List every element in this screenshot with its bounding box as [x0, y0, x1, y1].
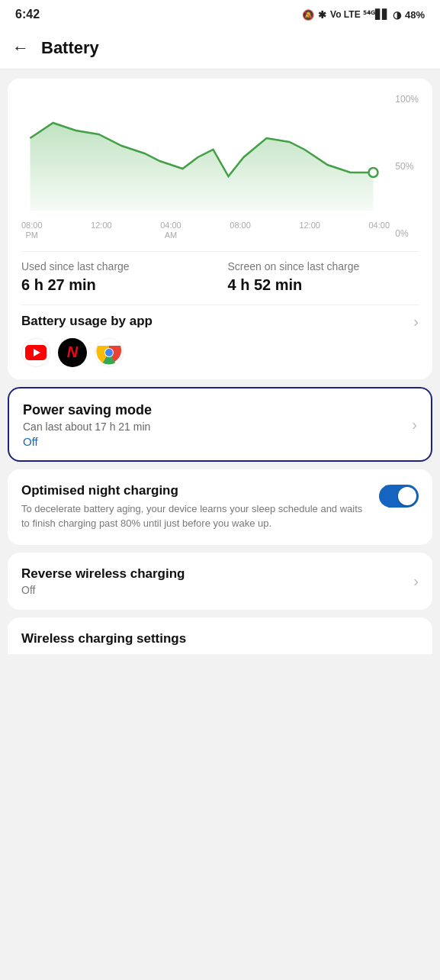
chart-y-labels: 100% 50% 0%	[395, 92, 419, 240]
used-since-label: Used since last charge	[21, 260, 213, 275]
reverse-wireless-status: Off	[21, 584, 185, 596]
mute-icon: 🔕	[302, 9, 314, 21]
app-icons-row: N	[21, 338, 419, 367]
night-charging-toggle-wrap[interactable]	[379, 485, 419, 508]
battery-usage-section-header[interactable]: Battery usage by app ›	[21, 313, 419, 330]
page-header: ← Battery	[0, 27, 440, 69]
reverse-wireless-title: Reverse wireless charging	[21, 566, 185, 582]
battery-chart-area: 100% 50% 0%	[21, 92, 419, 240]
page-title: Battery	[41, 38, 99, 58]
chrome-app-icon[interactable]	[95, 338, 124, 367]
chart-y-label-bot: 0%	[395, 228, 419, 239]
signal-icon: Vo LTE ⁵⁴ᴳ▋▋	[330, 9, 389, 20]
reverse-wireless-chevron-icon: ›	[413, 572, 419, 590]
reverse-wireless-text: Reverse wireless charging Off	[21, 566, 185, 596]
status-icons: 🔕 ✱ Vo LTE ⁵⁴ᴳ▋▋ ◑ 48%	[302, 9, 425, 21]
chart-x-label-6: 04:00	[368, 221, 390, 240]
status-time: 6:42	[15, 8, 40, 21]
chart-x-label-1: 08:00PM	[21, 221, 43, 240]
night-charging-text: Optimised night charging To decelerate b…	[21, 483, 370, 531]
chart-x-label-5: 12:00	[299, 221, 320, 240]
wireless-charging-title: Wireless charging settings	[21, 631, 419, 646]
night-charging-title: Optimised night charging	[21, 483, 370, 498]
battery-chart-svg	[21, 92, 390, 214]
chrome-icon-svg	[95, 339, 123, 366]
bluetooth-icon: ✱	[318, 9, 326, 21]
used-since-charge-stat: Used since last charge 6 h 27 min	[21, 260, 213, 294]
back-button[interactable]: ←	[12, 38, 29, 58]
chart-y-label-top: 100%	[395, 94, 419, 105]
netflix-app-icon[interactable]: N	[58, 338, 87, 367]
chart-svg-container	[21, 92, 419, 218]
power-saving-title: Power saving mode	[23, 402, 152, 418]
netflix-icon-letter: N	[67, 343, 78, 361]
screen-on-label: Screen on since last charge	[228, 260, 419, 275]
battery-icon: ◑	[393, 9, 401, 21]
usage-stats: Used since last charge 6 h 27 min Screen…	[21, 260, 419, 294]
screen-on-stat: Screen on since last charge 4 h 52 min	[228, 260, 419, 294]
power-saving-desc: Can last about 17 h 21 min	[23, 421, 152, 433]
chart-x-label-4: 08:00	[230, 221, 251, 240]
power-saving-row: Power saving mode Can last about 17 h 21…	[23, 402, 417, 448]
power-saving-status: Off	[23, 435, 152, 448]
night-charging-desc: To decelerate battery aging, your device…	[21, 501, 370, 531]
night-charging-row: Optimised night charging To decelerate b…	[21, 483, 419, 531]
chart-x-labels: 08:00PM 12:00 04:00AM 08:00 12:00 04:00	[21, 221, 419, 240]
main-content: 100% 50% 0%	[0, 69, 440, 663]
battery-chart-card: 100% 50% 0%	[8, 79, 432, 379]
wireless-charging-card[interactable]: Wireless charging settings	[8, 617, 432, 654]
chart-endpoint-dot	[369, 168, 378, 177]
chart-x-label-3: 04:00AM	[160, 221, 181, 240]
youtube-app-icon[interactable]	[21, 338, 50, 367]
chart-x-label-2: 12:00	[91, 221, 112, 240]
reverse-wireless-row: Reverse wireless charging Off ›	[21, 566, 419, 596]
power-saving-text: Power saving mode Can last about 17 h 21…	[23, 402, 152, 448]
power-saving-chevron-icon: ›	[412, 416, 417, 434]
svg-point-5	[105, 349, 113, 356]
night-charging-card: Optimised night charging To decelerate b…	[8, 469, 432, 545]
chart-area-fill	[31, 123, 374, 211]
chart-divider	[21, 251, 419, 252]
screen-on-value: 4 h 52 min	[228, 276, 419, 294]
stats-divider	[21, 305, 419, 305]
chart-y-label-mid: 50%	[395, 161, 419, 172]
battery-percent: 48%	[405, 9, 425, 21]
used-since-value: 6 h 27 min	[21, 276, 213, 294]
status-bar: 6:42 🔕 ✱ Vo LTE ⁵⁴ᴳ▋▋ ◑ 48%	[0, 0, 440, 27]
battery-usage-chevron-icon: ›	[413, 313, 419, 330]
battery-usage-title: Battery usage by app	[21, 314, 153, 329]
youtube-icon-svg	[25, 345, 47, 360]
power-saving-card[interactable]: Power saving mode Can last about 17 h 21…	[8, 387, 432, 462]
night-charging-toggle[interactable]	[379, 485, 419, 508]
reverse-wireless-card[interactable]: Reverse wireless charging Off ›	[8, 553, 432, 610]
